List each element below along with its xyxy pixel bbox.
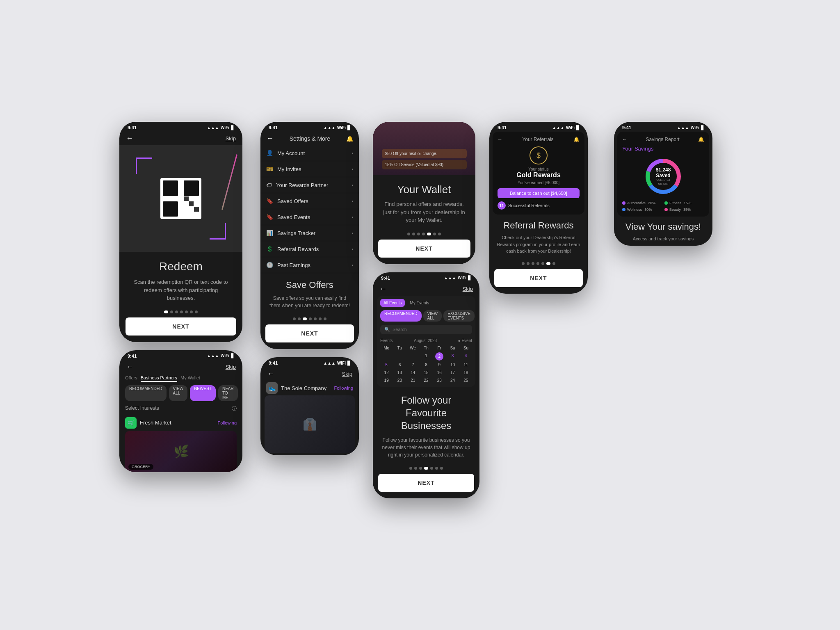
save-offers-section: Save Offers Save offers so you can easil…: [260, 273, 359, 313]
events-calendar: Events August 2023 ● Event Mo Tu We Th F…: [377, 336, 475, 387]
dot-w2: [412, 233, 415, 235]
back-button-events[interactable]: ←: [379, 285, 387, 293]
save-offers-desc: Save offers so you can easily find them …: [269, 294, 351, 309]
skip-link-redeem[interactable]: Skip: [226, 135, 236, 142]
phone-wallet-card: $50 Off your next oil change. 15% Off Se…: [373, 122, 475, 264]
following-button[interactable]: Following: [218, 420, 237, 425]
dot-e2: [414, 467, 417, 470]
phone-savings-card: 9:41 ▲▲▲ WiFi ▊ ← Savings Report 🔔 Your …: [614, 122, 712, 246]
chevron-past-earnings: ›: [352, 262, 353, 267]
next-button-settings[interactable]: NEXT: [265, 324, 354, 342]
cash-out-button[interactable]: Balance to cash out [$4,650]: [498, 188, 580, 198]
events-filter-recommended[interactable]: RECOMMENDED: [380, 310, 422, 322]
savings-back-icon[interactable]: ←: [622, 137, 627, 142]
menu-item-savings-tracker[interactable]: 📊 Savings Tracker ›: [260, 225, 359, 241]
filter-newest[interactable]: NEWEST: [190, 385, 216, 401]
grocery-badge: GROCERY: [128, 464, 153, 470]
menu-item-my-account[interactable]: 👤 My Account ›: [260, 145, 359, 161]
events-filter-exclusive[interactable]: EXCLUSIVE EVENTS: [443, 310, 475, 322]
tab-all-events[interactable]: All Events: [380, 299, 405, 307]
back-button-business[interactable]: ←: [126, 363, 133, 371]
savings-tracker-label: Savings Tracker: [277, 230, 315, 236]
time-referral: 9:41: [498, 125, 507, 130]
dot-r4: [536, 262, 539, 265]
follow-description: Follow your favourite businesses so you …: [381, 436, 471, 459]
wifi-icon-s: WiFi: [337, 126, 346, 130]
filter-view-all[interactable]: VIEW ALL: [169, 385, 188, 401]
filter-recommended[interactable]: RECOMMENDED: [125, 385, 167, 401]
status-bar-sole: 9:41 ▲▲▲ WiFi ▊: [260, 357, 359, 367]
next-button-redeem[interactable]: NEXT: [126, 317, 236, 336]
tab-business-partners[interactable]: Business Partners: [141, 375, 177, 382]
next-button-wallet[interactable]: NEXT: [378, 240, 470, 258]
menu-item-my-invites[interactable]: 🎫 My Invites ›: [260, 161, 359, 177]
back-button-redeem[interactable]: ←: [126, 134, 133, 143]
signal-icon-s: ▲▲▲: [323, 126, 336, 130]
notification-icon-savings: 🔔: [698, 137, 704, 142]
savings-tracker-icon: 📊: [266, 230, 273, 236]
tab-my-events[interactable]: My Events: [406, 299, 432, 307]
redeem-description: Scan the redemption QR or text code to r…: [129, 278, 233, 302]
corner-bracket-tl: [136, 158, 152, 174]
view-savings-desc: Access and track your savings: [621, 235, 706, 242]
tab-my-wallet[interactable]: My Wallet: [180, 375, 200, 382]
sole-following-button[interactable]: Following: [334, 386, 353, 390]
legend-automotive: Automotive 20%: [622, 201, 662, 205]
cal-th: Th: [420, 345, 432, 352]
donut-sub: Valued at $6,440: [653, 178, 673, 186]
rewards-partner-label: Your Rewards Partner: [276, 182, 328, 188]
menu-item-rewards-partner[interactable]: 🏷 Your Rewards Partner ›: [260, 177, 359, 193]
skip-link-events[interactable]: Skip: [463, 286, 473, 292]
cal-week-4: 19 20 21 22 23 24 25: [380, 377, 472, 384]
legend-label-wellness: Wellness: [627, 208, 642, 212]
cal-week-3: 12 13 14 15 16 17 18: [380, 369, 472, 376]
select-interests-label[interactable]: Select Interests: [125, 405, 159, 412]
cal-su: Su: [460, 345, 472, 352]
dot-w4: [422, 233, 425, 235]
dot-6: [190, 310, 193, 313]
calendar-day-headers: Mo Tu We Th Fr Sa Su: [380, 345, 472, 352]
dot-2: [170, 310, 173, 313]
events-search-bar[interactable]: 🔍 Search: [380, 325, 472, 334]
skip-link-business[interactable]: Skip: [226, 364, 236, 370]
status-icons-savings: ▲▲▲ WiFi ▊: [677, 126, 704, 130]
next-button-events[interactable]: NEXT: [378, 474, 474, 492]
select-interests-row: Select Interests ⓘ: [119, 403, 242, 415]
legend-pct-wellness: 30%: [644, 208, 652, 212]
referral-back-icon[interactable]: ←: [498, 137, 502, 142]
successful-referrals-label: Successful Referrals: [508, 203, 550, 208]
next-button-referral[interactable]: NEXT: [494, 269, 583, 287]
chevron-rewards-partner: ›: [352, 183, 353, 187]
chevron-my-account: ›: [352, 151, 353, 155]
dot-s4: [309, 317, 312, 320]
legend-label-fitness: Fitness: [669, 201, 681, 205]
wallet-offer-2: 15% Off Service (Valued at $90): [382, 160, 467, 169]
skip-link-sole[interactable]: Skip: [342, 371, 352, 377]
my-account-label: My Account: [277, 150, 305, 156]
wallet-title: Your Wallet: [383, 183, 466, 196]
referral-rewards-desc: Check out your Dealership's Referral Rew…: [496, 234, 581, 255]
tab-offers[interactable]: Offers: [125, 375, 137, 382]
my-account-icon: 👤: [266, 150, 273, 156]
redeem-text-section: Redeem Scan the redemption QR or text co…: [119, 252, 242, 306]
wifi-icon-sl: WiFi: [337, 361, 346, 365]
settings-title: Settings & More: [290, 135, 331, 142]
events-tabs: All Events My Events: [377, 296, 475, 308]
info-icon: ⓘ: [232, 405, 237, 412]
dot-e4: [424, 467, 428, 470]
menu-list: 👤 My Account › 🎫 My Invites › 🏷 Your: [260, 145, 359, 273]
referral-rewards-title: Referral Rewards: [496, 220, 581, 231]
events-filter-view-all[interactable]: VIEW ALL: [423, 310, 442, 322]
back-button-sole[interactable]: ←: [267, 370, 274, 378]
back-button-settings[interactable]: ←: [266, 134, 274, 143]
rewards-partner-icon: 🏷: [266, 182, 272, 188]
view-savings-title: View Your savings!: [621, 221, 706, 232]
menu-item-referral-rewards[interactable]: 💲 Referral Rewards ›: [260, 241, 359, 257]
donut-amount: $1,248 Saved: [653, 167, 673, 178]
status-icons-settings: ▲▲▲ WiFi ▊: [323, 126, 351, 130]
menu-item-past-earnings[interactable]: 🕐 Past Earnings ›: [260, 257, 359, 273]
cal-day-2[interactable]: 2: [435, 352, 443, 361]
filter-near-me[interactable]: NEAR TO ME: [218, 385, 238, 401]
menu-item-saved-offers[interactable]: 🔖 Saved Offers ›: [260, 193, 359, 209]
menu-item-saved-events[interactable]: 🔖 Saved Events ›: [260, 209, 359, 225]
